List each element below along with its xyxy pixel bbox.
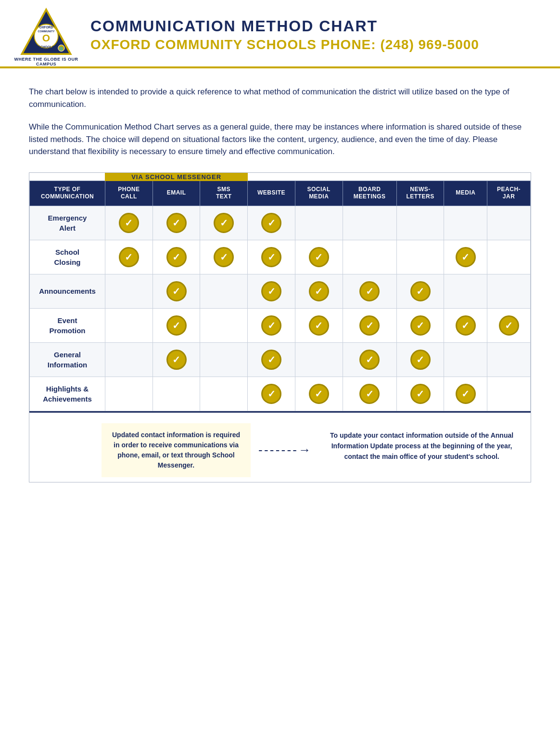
check-icon: ✓ bbox=[410, 384, 431, 404]
cell-closing-phone: ✓ bbox=[105, 240, 153, 274]
via-empty-2 bbox=[248, 173, 295, 181]
cell-ann-sms bbox=[200, 274, 248, 308]
row-type-school-closing: SchoolClosing bbox=[30, 240, 105, 274]
cell-gen-media bbox=[444, 342, 487, 377]
via-messenger-header-row: VIA SCHOOL MESSENGER bbox=[30, 173, 531, 181]
footer-arrow-icon: - - - - - - - → bbox=[251, 443, 318, 457]
check-icon: ✓ bbox=[359, 315, 380, 336]
cell-ann-phone bbox=[105, 274, 153, 308]
row-type-general-info: GeneralInformation bbox=[30, 342, 105, 377]
check-icon: ✓ bbox=[214, 247, 234, 267]
row-type-emergency-alert: EmergencyAlert bbox=[30, 206, 105, 240]
check-icon: ✓ bbox=[261, 315, 281, 336]
school-logo: OXFORD COMMUNITY O SCHOOLS 🌐 bbox=[20, 8, 73, 56]
check-icon: ✓ bbox=[499, 315, 519, 336]
via-messenger-label: VIA SCHOOL MESSENGER bbox=[105, 173, 248, 181]
cell-hl-phone bbox=[105, 377, 153, 411]
check-icon: ✓ bbox=[119, 213, 139, 233]
col-header-news: NEWS-LETTERS bbox=[396, 181, 444, 206]
check-icon: ✓ bbox=[261, 384, 281, 404]
cell-event-news: ✓ bbox=[396, 308, 444, 342]
communication-chart-table: VIA SCHOOL MESSENGER TYPE OFCOMMUNICATIO… bbox=[29, 172, 531, 482]
cell-event-social: ✓ bbox=[295, 308, 343, 342]
check-icon: ✓ bbox=[214, 213, 234, 233]
cell-closing-board bbox=[343, 240, 396, 274]
cell-hl-board: ✓ bbox=[343, 377, 396, 411]
cell-closing-email: ✓ bbox=[153, 240, 200, 274]
cell-emergency-media bbox=[444, 206, 487, 240]
cell-event-media: ✓ bbox=[444, 308, 487, 342]
col-header-type: TYPE OFCOMMUNICATION bbox=[30, 181, 105, 206]
svg-text:O: O bbox=[42, 32, 50, 43]
cell-gen-phone bbox=[105, 342, 153, 377]
cell-event-board: ✓ bbox=[343, 308, 396, 342]
check-icon: ✓ bbox=[359, 350, 380, 370]
cell-closing-media: ✓ bbox=[444, 240, 487, 274]
row-general-info: GeneralInformation ✓ ✓ ✓ ✓ bbox=[30, 342, 531, 377]
check-icon: ✓ bbox=[166, 350, 187, 370]
cell-emergency-phone: ✓ bbox=[105, 206, 153, 240]
cell-gen-social bbox=[295, 342, 343, 377]
cell-hl-peach bbox=[487, 377, 531, 411]
cell-gen-board: ✓ bbox=[343, 342, 396, 377]
check-icon: ✓ bbox=[261, 213, 281, 233]
row-type-event-promotion: EventPromotion bbox=[30, 308, 105, 342]
col-header-peach: PEACH-JAR bbox=[487, 181, 531, 206]
check-icon: ✓ bbox=[119, 247, 139, 267]
check-icon: ✓ bbox=[410, 350, 431, 370]
col-header-website: WEBSITE bbox=[248, 181, 295, 206]
column-header-row: TYPE OFCOMMUNICATION PHONECALL EMAIL SMS… bbox=[30, 181, 531, 206]
via-empty-cell bbox=[30, 173, 105, 181]
cell-gen-peach bbox=[487, 342, 531, 377]
check-icon: ✓ bbox=[359, 281, 380, 301]
col-header-board: BOARDMEETINGS bbox=[343, 181, 396, 206]
cell-event-sms bbox=[200, 308, 248, 342]
row-event-promotion: EventPromotion ✓ ✓ ✓ ✓ ✓ ✓ ✓ bbox=[30, 308, 531, 342]
check-icon: ✓ bbox=[456, 247, 476, 267]
cell-ann-website: ✓ bbox=[248, 274, 295, 308]
svg-text:🌐: 🌐 bbox=[59, 46, 64, 51]
cell-gen-news: ✓ bbox=[396, 342, 444, 377]
intro-paragraph-1: The chart below is intended to provide a… bbox=[29, 86, 531, 110]
cell-emergency-website: ✓ bbox=[248, 206, 295, 240]
check-icon: ✓ bbox=[456, 315, 476, 336]
via-empty-4 bbox=[343, 173, 396, 181]
logo-area: OXFORD COMMUNITY O SCHOOLS 🌐 WHERE THE G… bbox=[8, 8, 85, 66]
row-announcements: Announcements ✓ ✓ ✓ ✓ ✓ bbox=[30, 274, 531, 308]
check-icon: ✓ bbox=[261, 350, 281, 370]
footer-left-text: Updated contact information is required … bbox=[102, 423, 251, 477]
cell-emergency-email: ✓ bbox=[153, 206, 200, 240]
cell-event-peach: ✓ bbox=[487, 308, 531, 342]
cell-event-website: ✓ bbox=[248, 308, 295, 342]
check-icon: ✓ bbox=[359, 384, 380, 404]
footer-note: Updated contact information is required … bbox=[29, 411, 531, 482]
cell-closing-news bbox=[396, 240, 444, 274]
school-phone: OXFORD COMMUNITY SCHOOLS PHONE: (248) 96… bbox=[90, 37, 548, 52]
cell-emergency-social bbox=[295, 206, 343, 240]
cell-hl-sms bbox=[200, 377, 248, 411]
cell-gen-email: ✓ bbox=[153, 342, 200, 377]
cell-closing-social: ✓ bbox=[295, 240, 343, 274]
row-school-closing: SchoolClosing ✓ ✓ ✓ ✓ ✓ ✓ bbox=[30, 240, 531, 274]
svg-text:SCHOOLS: SCHOOLS bbox=[38, 45, 54, 49]
via-empty-7 bbox=[487, 173, 531, 181]
header-text: COMMUNICATION METHOD CHART OXFORD COMMUN… bbox=[85, 8, 548, 66]
cell-event-phone bbox=[105, 308, 153, 342]
cell-emergency-sms: ✓ bbox=[200, 206, 248, 240]
page-header: OXFORD COMMUNITY O SCHOOLS 🌐 WHERE THE G… bbox=[0, 0, 560, 68]
row-emergency-alert: EmergencyAlert ✓ ✓ ✓ ✓ bbox=[30, 206, 531, 240]
cell-emergency-board bbox=[343, 206, 396, 240]
col-header-sms: SMSTEXT bbox=[200, 181, 248, 206]
cell-ann-news: ✓ bbox=[396, 274, 444, 308]
footer-right-text: To update your contact information outsi… bbox=[318, 423, 526, 469]
check-icon: ✓ bbox=[166, 213, 187, 233]
check-icon: ✓ bbox=[309, 247, 329, 267]
col-header-phone: PHONECALL bbox=[105, 181, 153, 206]
logo-tagline: WHERE THE GLOBE IS OUR CAMPUS bbox=[8, 57, 85, 66]
check-icon: ✓ bbox=[261, 281, 281, 301]
cell-ann-peach bbox=[487, 274, 531, 308]
cell-hl-email bbox=[153, 377, 200, 411]
cell-hl-media: ✓ bbox=[444, 377, 487, 411]
col-header-email: EMAIL bbox=[153, 181, 200, 206]
cell-emergency-peach bbox=[487, 206, 531, 240]
